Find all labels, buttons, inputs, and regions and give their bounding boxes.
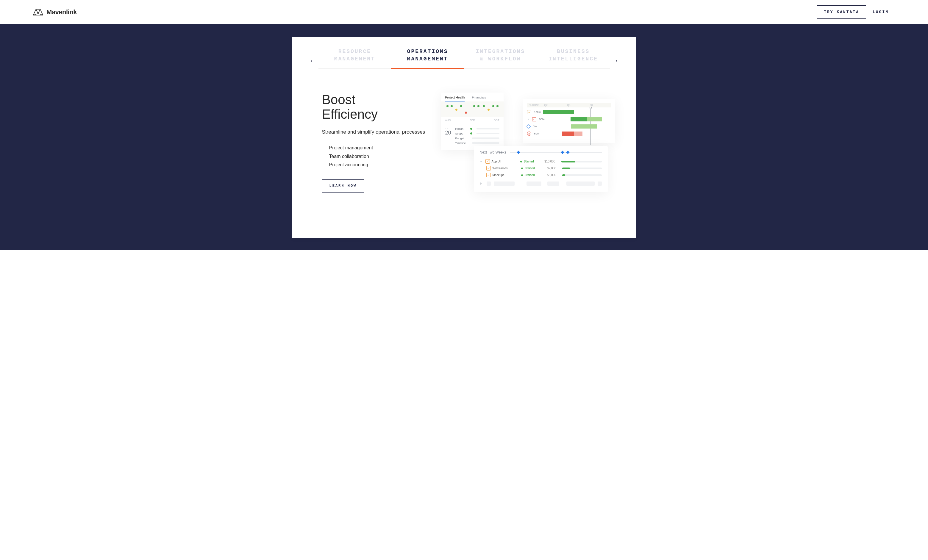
feature-subheading: Streamline and simplify operational proc… <box>322 128 429 136</box>
nav-actions: TRY KANTATA LOGIN <box>817 5 895 19</box>
mock-gantt: % DONE Q2 Q3 Q4 ★100%✓50%0%ⅆ60% <box>523 99 615 143</box>
top-nav: Mavenlink TRY KANTATA LOGIN <box>0 0 928 24</box>
bullet-item: Team collaboration <box>329 153 429 161</box>
brand-logo[interactable]: Mavenlink <box>33 8 77 16</box>
gantt-row: ✓50% <box>523 116 615 122</box>
status-dot-icon <box>521 174 523 176</box>
copy-column: BoostEfficiency Streamline and simplify … <box>322 93 429 218</box>
kpi-row: Health <box>455 127 499 130</box>
mock3-header: Next Two Weeks <box>474 150 608 158</box>
mock-task-list: Next Two Weeks ✓ App UI Started $ <box>474 146 608 192</box>
mock-project-health: Project Health Financials <box>441 93 504 150</box>
hero-section: ← RESOURCEMANAGEMENT OPERATIONSMANAGEMEN… <box>0 24 928 250</box>
gantt-row: ★100% <box>523 109 615 115</box>
mock-tabs: Project Health Financials <box>441 93 504 101</box>
brand-name: Mavenlink <box>46 8 77 16</box>
next-arrow-icon[interactable]: → <box>610 48 621 64</box>
task-row-placeholder <box>474 179 608 187</box>
learn-how-button[interactable]: LEARN HOW <box>322 179 364 192</box>
tab-integrations-workflow[interactable]: INTEGRATIONS& WORKFLOW <box>464 48 537 69</box>
kpi-row: Budget <box>455 137 499 140</box>
task-row: ✓ Mockups Started $8,000 <box>474 172 608 179</box>
mock3-timeline <box>510 152 601 153</box>
task-row: ✓ Wireframes Started $2,000 <box>474 165 608 172</box>
feature-heading: BoostEfficiency <box>322 93 429 121</box>
mavenlink-logo-icon <box>33 9 43 16</box>
mock-date: OCT 20 <box>445 127 451 146</box>
feature-bullets: Project management Team collaboration Pr… <box>322 144 429 169</box>
gantt-header: % DONE Q2 Q3 Q4 <box>523 103 615 109</box>
try-kantata-button[interactable]: TRY KANTATA <box>817 5 866 19</box>
status-dot-icon <box>521 168 523 169</box>
mock-dot-chart <box>441 101 504 117</box>
gantt-row: ⅆ60% <box>523 131 615 137</box>
checkbox-icon: ✓ <box>486 173 491 177</box>
login-button[interactable]: LOGIN <box>866 6 895 18</box>
expand-caret-icon <box>480 161 482 162</box>
mock3-title: Next Two Weeks <box>480 150 507 154</box>
checkbox-icon: ✓ <box>486 166 491 171</box>
checkbox-icon: ✓ <box>485 159 490 164</box>
prev-arrow-icon[interactable]: ← <box>307 48 319 64</box>
bullet-item: Project accounting <box>329 161 429 169</box>
today-marker-icon <box>589 107 592 109</box>
mockups-column: Project Health Financials <box>441 93 618 218</box>
status-dot-icon <box>520 161 522 162</box>
milestone-diamond-icon <box>517 151 520 154</box>
kpi-row: Scope <box>455 132 499 135</box>
content-row: BoostEfficiency Streamline and simplify … <box>292 69 636 218</box>
mock-axis-labels: AUGSEPOCT <box>441 117 504 125</box>
milestone-diamond-icon <box>566 151 570 154</box>
mock-tab-project-health: Project Health <box>445 96 465 101</box>
tab-operations-management[interactable]: OPERATIONSMANAGEMENT <box>391 48 464 69</box>
tab-resource-management[interactable]: RESOURCEMANAGEMENT <box>319 48 391 69</box>
task-row: ✓ App UI Started $10,000 <box>474 158 608 165</box>
expand-caret-icon <box>480 182 482 185</box>
milestone-diamond-icon <box>561 151 564 154</box>
bullet-item: Project management <box>329 144 429 153</box>
mock-tab-financials: Financials <box>472 96 486 101</box>
feature-tabs: ← RESOURCEMANAGEMENT OPERATIONSMANAGEMEN… <box>292 48 636 69</box>
tab-business-intelligence[interactable]: BUSINESSINTELLIGENCE <box>537 48 610 69</box>
mock-kpi-list: Health Scope Budget Timeline <box>455 127 499 146</box>
feature-card: ← RESOURCEMANAGEMENT OPERATIONSMANAGEMEN… <box>292 37 636 238</box>
kpi-row: Timeline <box>455 141 499 145</box>
gantt-row: 0% <box>523 124 615 130</box>
